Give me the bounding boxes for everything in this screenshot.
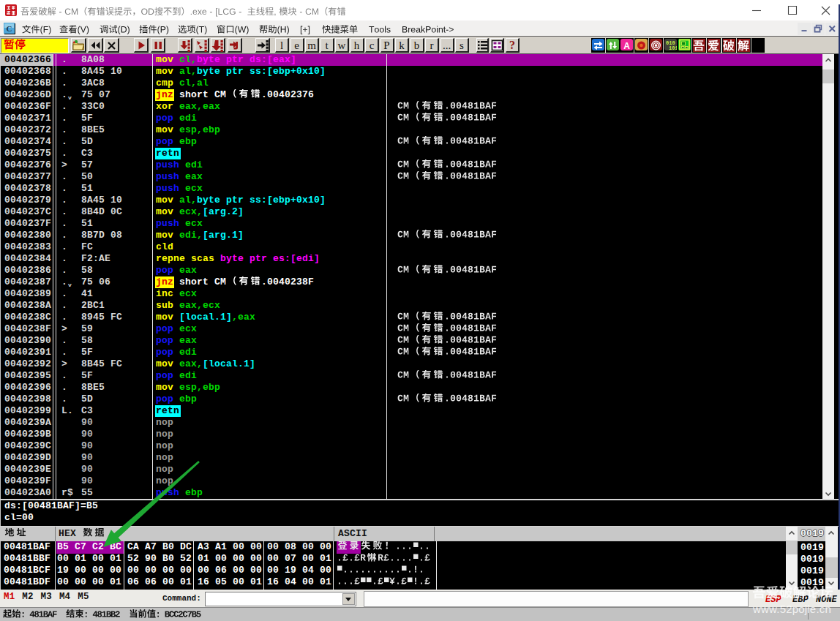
svg-text:C: C	[7, 24, 12, 33]
svg-text:101: 101	[669, 45, 677, 50]
svg-text:A: A	[624, 41, 631, 51]
